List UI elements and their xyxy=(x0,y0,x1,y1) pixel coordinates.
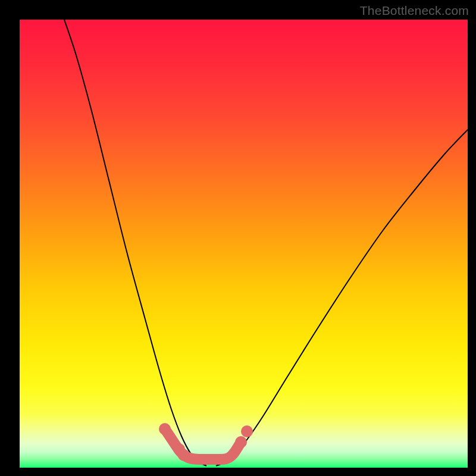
gradient-background xyxy=(20,20,468,468)
plot-svg xyxy=(20,20,468,468)
plot-area xyxy=(20,20,468,468)
marker-dot xyxy=(159,423,171,435)
marker-dot xyxy=(178,449,190,461)
marker-dot xyxy=(241,425,253,437)
marker-dot xyxy=(235,436,247,448)
watermark-text: TheBottleneck.com xyxy=(360,4,469,18)
chart-outer-frame: TheBottleneck.com xyxy=(0,0,476,476)
